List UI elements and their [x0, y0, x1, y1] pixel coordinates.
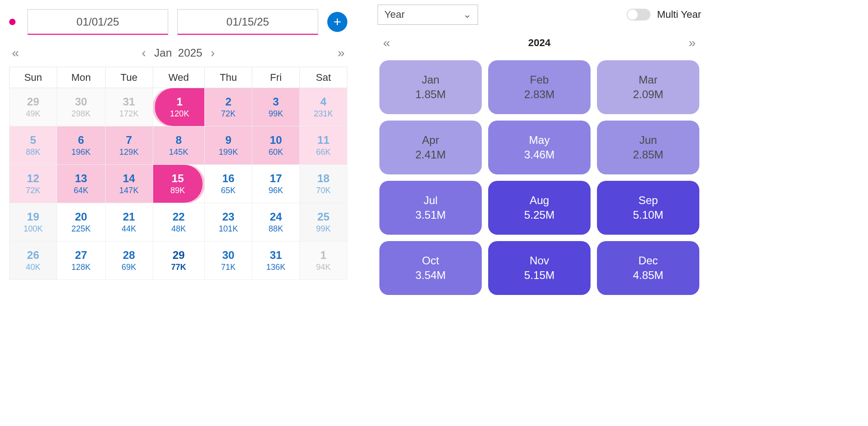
day-value: 60K	[269, 147, 283, 157]
day-number: 27	[75, 249, 87, 262]
day-value: 69K	[122, 263, 136, 272]
day-number: 5	[30, 134, 36, 147]
end-date-input[interactable]: 01/15/25	[177, 9, 318, 35]
prev-month-button[interactable]: ‹	[142, 46, 146, 60]
start-date-input[interactable]: 01/01/25	[27, 9, 168, 35]
day-value: 89K	[170, 186, 185, 195]
month-tile[interactable]: Jun2.85M	[597, 121, 699, 174]
calendar-day-cell[interactable]: 31172K	[105, 88, 153, 126]
month-tile[interactable]: Nov5.15M	[488, 241, 591, 295]
day-value: 120K	[170, 109, 189, 119]
calendar-day-cell[interactable]: 1870K	[300, 165, 347, 203]
calendar-day-cell[interactable]: 1060K	[252, 126, 300, 165]
calendar-day-cell[interactable]: 3071K	[205, 242, 252, 280]
calendar-day-cell[interactable]: 2488K	[252, 203, 300, 242]
calendar-day-cell[interactable]: 1665K	[205, 165, 252, 203]
day-value: 94K	[316, 263, 330, 272]
calendar-day-cell[interactable]: 2869K	[105, 242, 153, 280]
day-value: 96K	[269, 186, 283, 195]
month-tile-name: Apr	[422, 134, 439, 147]
day-number: 25	[317, 210, 330, 223]
calendar-day-cell[interactable]: 4231K	[300, 88, 347, 126]
granularity-select-label: Year	[384, 9, 405, 21]
next-month-button[interactable]: ›	[211, 46, 215, 60]
month-tile[interactable]: Jan1.85M	[379, 60, 482, 114]
calendar-day-cell[interactable]: 588K	[10, 126, 57, 165]
day-value: 88K	[269, 224, 283, 234]
calendar-day-cell[interactable]: 1120K	[153, 88, 205, 126]
series-color-dot	[9, 19, 16, 25]
calendar-day-cell[interactable]: 399K	[252, 88, 300, 126]
calendar-day-cell[interactable]: 1272K	[10, 165, 57, 203]
day-value: 298K	[71, 109, 91, 119]
calendar-day-cell[interactable]: 2640K	[10, 242, 57, 280]
calendar-day-cell[interactable]: 2144K	[105, 203, 153, 242]
calendar-day-cell[interactable]: 9199K	[205, 126, 252, 165]
day-number: 21	[123, 210, 135, 223]
prev-year-heatmap-button[interactable]: «	[383, 36, 390, 50]
month-tile[interactable]: Jul3.51M	[379, 181, 482, 235]
calendar-day-cell[interactable]: 2949K	[10, 88, 57, 126]
month-tile[interactable]: Feb2.83M	[488, 60, 591, 114]
prev-year-button[interactable]: «	[12, 46, 19, 60]
year-nav: « 2024 »	[375, 31, 704, 60]
calendar-day-cell[interactable]: 23101K	[205, 203, 252, 242]
calendar-day-cell[interactable]: 20225K	[57, 203, 105, 242]
calendar-day-cell[interactable]: 194K	[300, 242, 347, 280]
calendar-day-cell[interactable]: 7129K	[105, 126, 153, 165]
month-label[interactable]: Jan 2025	[154, 47, 202, 59]
granularity-select[interactable]: Year ⌄	[378, 5, 478, 25]
day-number: 12	[27, 172, 39, 185]
day-number: 30	[222, 249, 234, 262]
month-tile[interactable]: Sep5.10M	[597, 181, 699, 235]
calendar-day-cell[interactable]: 31136K	[252, 242, 300, 280]
weekday-header: Thu	[205, 67, 252, 88]
calendar-day-cell[interactable]: 2599K	[300, 203, 347, 242]
date-input-row: 01/01/25 01/15/25 +	[9, 5, 347, 43]
day-number: 30	[75, 95, 87, 108]
weekday-header: Sat	[300, 67, 347, 88]
calendar-day-cell[interactable]: 27128K	[57, 242, 105, 280]
day-number: 31	[123, 95, 135, 108]
day-number: 20	[75, 210, 87, 223]
month-tile[interactable]: Oct3.54M	[379, 241, 482, 295]
calendar-day-cell[interactable]: 1796K	[252, 165, 300, 203]
calendar-day-cell[interactable]: 1166K	[300, 126, 347, 165]
month-tile[interactable]: Dec4.85M	[597, 241, 699, 295]
day-number: 16	[222, 172, 234, 185]
calendar-day-cell[interactable]: 14147K	[105, 165, 153, 203]
month-tile[interactable]: Apr2.41M	[379, 121, 482, 174]
calendar-day-cell[interactable]: 2248K	[153, 203, 205, 242]
month-tile[interactable]: Mar2.09M	[597, 60, 699, 114]
day-value: 225K	[71, 224, 91, 234]
add-range-button[interactable]: +	[327, 12, 347, 32]
day-number: 29	[27, 95, 39, 108]
calendar-day-cell[interactable]: 1364K	[57, 165, 105, 203]
day-value: 145K	[169, 147, 188, 157]
month-tile-value: 2.09M	[633, 88, 664, 101]
day-value: 99K	[269, 109, 283, 119]
calendar-day-cell[interactable]: 1589K	[153, 165, 205, 203]
calendar-day-cell[interactable]: 19100K	[10, 203, 57, 242]
day-value: 72K	[26, 186, 40, 195]
next-year-heatmap-button[interactable]: »	[688, 36, 696, 50]
calendar-day-cell[interactable]: 30298K	[57, 88, 105, 126]
calendar-day-cell[interactable]: 6196K	[57, 126, 105, 165]
month-tile-name: Dec	[639, 254, 658, 267]
month-text: Jan	[154, 47, 172, 59]
year-heatmap-grid: Jan1.85MFeb2.83MMar2.09MApr2.41MMay3.46M…	[375, 60, 704, 304]
day-value: 196K	[71, 147, 91, 157]
day-number: 14	[123, 172, 135, 185]
toggle-knob	[628, 10, 638, 20]
month-nav: « ‹ Jan 2025 › »	[9, 43, 347, 67]
next-year-button[interactable]: »	[337, 46, 345, 60]
multi-year-toggle[interactable]	[627, 9, 650, 21]
day-number: 4	[320, 95, 326, 108]
month-tile-name: Oct	[422, 254, 439, 267]
calendar-day-cell[interactable]: 2977K	[153, 242, 205, 280]
month-tile[interactable]: Aug5.25M	[488, 181, 591, 235]
calendar-day-cell[interactable]: 272K	[205, 88, 252, 126]
month-tile[interactable]: May3.46M	[488, 121, 591, 174]
calendar-day-cell[interactable]: 8145K	[153, 126, 205, 165]
day-value: 64K	[74, 186, 88, 195]
